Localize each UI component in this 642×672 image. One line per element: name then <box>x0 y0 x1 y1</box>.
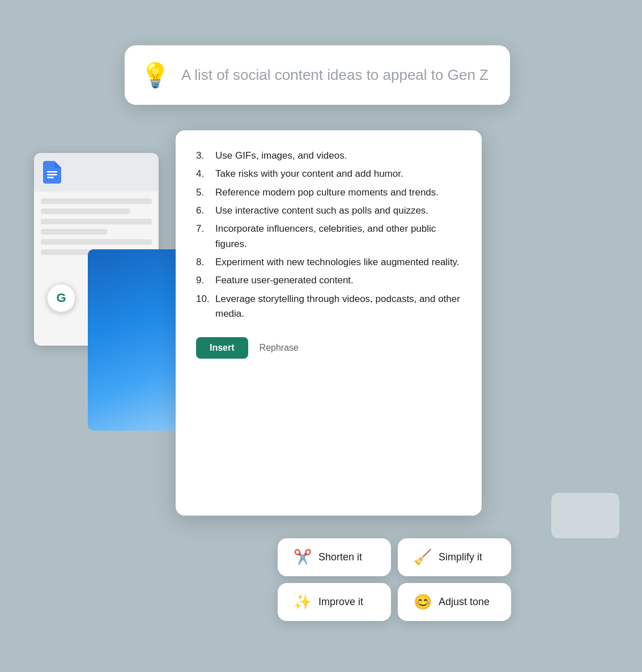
doc-line <box>41 209 130 214</box>
svg-rect-2 <box>47 177 54 178</box>
item-number: 6. <box>196 203 212 218</box>
shorten-icon: ✂️ <box>294 548 312 566</box>
improve-button[interactable]: ✨ Improve it <box>278 583 391 621</box>
prompt-emoji-icon: 💡 <box>141 61 170 89</box>
insert-button[interactable]: Insert <box>196 337 248 359</box>
grammarly-icon[interactable]: G <box>46 283 76 313</box>
item-number: 5. <box>196 185 212 200</box>
item-number: 9. <box>196 273 212 288</box>
item-text: Use interactive content such as polls an… <box>215 203 428 218</box>
item-text: Reference modern pop culture moments and… <box>215 185 439 200</box>
item-number: 8. <box>196 255 212 270</box>
content-list: 3. Use GIFs, images, and videos. 4. Take… <box>196 148 461 321</box>
item-number: 4. <box>196 167 212 181</box>
adjust-tone-label: Adjust tone <box>439 596 490 608</box>
panel-action-buttons: Insert Rephrase <box>196 337 461 359</box>
simplify-label: Simplify it <box>439 551 482 563</box>
doc-line <box>41 229 108 235</box>
google-docs-icon <box>43 161 61 184</box>
item-text: Leverage storytelling through videos, po… <box>215 292 461 322</box>
svg-rect-1 <box>47 174 57 176</box>
list-item: 6. Use interactive content such as polls… <box>196 203 461 218</box>
adjust-tone-button[interactable]: 😊 Adjust tone <box>398 583 511 621</box>
action-row-bottom: ✨ Improve it 😊 Adjust tone <box>278 583 511 621</box>
doc-line <box>41 198 152 204</box>
item-number: 10. <box>196 292 212 307</box>
simplify-button[interactable]: 🧹 Simplify it <box>398 538 511 576</box>
item-text: Experiment with new technologies like au… <box>215 255 460 270</box>
shorten-button[interactable]: ✂️ Shorten it <box>278 538 391 576</box>
background-blue-panel <box>88 249 190 431</box>
adjust-tone-icon: 😊 <box>414 593 432 611</box>
item-number: 3. <box>196 148 212 163</box>
item-text: Incorporate influencers, celebrities, an… <box>215 222 461 252</box>
doc-header <box>34 153 159 192</box>
shorten-label: Shorten it <box>318 551 362 563</box>
doc-line <box>41 239 152 245</box>
decorative-shape <box>551 493 619 538</box>
list-item: 7. Incorporate influencers, celebrities,… <box>196 222 461 252</box>
list-item: 3. Use GIFs, images, and videos. <box>196 148 461 163</box>
item-text: Feature user-generated content. <box>215 273 354 288</box>
main-content-panel: 3. Use GIFs, images, and videos. 4. Take… <box>176 130 482 516</box>
rephrase-button[interactable]: Rephrase <box>260 343 299 353</box>
list-item: 5. Reference modern pop culture moments … <box>196 185 461 200</box>
item-number: 7. <box>196 222 212 236</box>
svg-rect-0 <box>47 171 57 173</box>
list-item: 4. Take risks with your content and add … <box>196 167 461 181</box>
improve-icon: ✨ <box>294 593 312 611</box>
list-item: 8. Experiment with new technologies like… <box>196 255 461 270</box>
list-item: 9. Feature user-generated content. <box>196 273 461 288</box>
action-row-top: ✂️ Shorten it 🧹 Simplify it <box>278 538 511 576</box>
list-item: 10. Leverage storytelling through videos… <box>196 292 461 322</box>
doc-line <box>41 219 152 224</box>
bottom-action-row: ✂️ Shorten it 🧹 Simplify it ✨ Improve it… <box>278 538 511 621</box>
prompt-text: A list of social content ideas to appeal… <box>181 66 488 85</box>
item-text: Use GIFs, images, and videos. <box>215 148 347 163</box>
item-text: Take risks with your content and add hum… <box>215 167 403 181</box>
improve-label: Improve it <box>318 596 363 608</box>
simplify-icon: 🧹 <box>414 548 432 566</box>
prompt-card: 💡 A list of social content ideas to appe… <box>125 45 510 105</box>
